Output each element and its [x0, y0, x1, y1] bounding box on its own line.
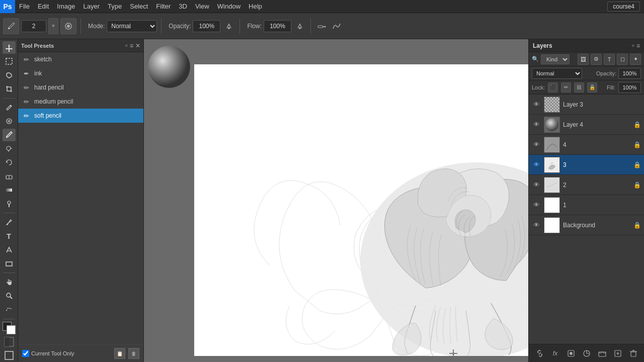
lock-image-btn[interactable]: ✏ — [561, 82, 571, 93]
layers-filter-kind[interactable]: Kind — [541, 54, 570, 64]
adjustment-filter-btn[interactable]: ⚙ — [591, 54, 602, 65]
opacity-pressure-btn[interactable] — [222, 20, 235, 33]
tool-presets-menu[interactable]: ≡ — [130, 42, 133, 49]
tool-presets-collapse[interactable]: « — [125, 43, 128, 48]
lock-position-btn[interactable]: ⛓ — [574, 82, 584, 93]
layer4num-visibility[interactable]: 👁 — [532, 140, 541, 149]
menu-window[interactable]: Window — [213, 0, 245, 13]
opacity-input[interactable]: 100% — [193, 20, 220, 32]
flow-pressure-btn[interactable] — [293, 20, 306, 33]
layer3num-visibility[interactable]: 👁 — [532, 160, 541, 169]
new-group-btn[interactable] — [596, 347, 608, 359]
smoothing-btn[interactable] — [330, 20, 343, 33]
opacity-label: Opacity: — [169, 23, 191, 30]
svg-line-50 — [539, 352, 541, 354]
preset-ink[interactable]: ✒ ink — [18, 66, 143, 80]
type-filter-btn[interactable]: T — [604, 54, 615, 65]
dodge-tool[interactable] — [3, 198, 16, 210]
history-brush[interactable] — [3, 156, 16, 169]
background-visibility[interactable]: 👁 — [532, 221, 541, 230]
shape-filter-btn[interactable]: ◻ — [617, 54, 628, 65]
mode-select[interactable]: Normal Dissolve Multiply — [107, 20, 157, 32]
delete-preset-btn[interactable]: 🗑 — [128, 348, 139, 359]
quick-mask-btn[interactable] — [3, 335, 16, 348]
brush-tool-icon[interactable] — [3, 18, 19, 34]
menu-select[interactable]: Select — [126, 0, 152, 13]
eyedropper-tool[interactable] — [3, 101, 16, 114]
create-preset-btn[interactable]: 📋 — [114, 348, 125, 359]
brush-tip-picker[interactable] — [60, 18, 76, 34]
foreground-background-colors[interactable] — [3, 322, 16, 334]
layer-row-background[interactable]: 👁 Background 🔒 — [529, 215, 644, 235]
preset-medium-pencil[interactable]: ✏ medium pencil — [18, 95, 143, 109]
pen-tool[interactable] — [3, 216, 16, 228]
menu-edit[interactable]: Edit — [34, 0, 53, 13]
layer3-visibility[interactable]: 👁 — [532, 100, 541, 109]
shape-tool[interactable] — [3, 257, 16, 270]
layer-opacity-input[interactable]: 100% — [618, 68, 641, 79]
gradient-tool[interactable] — [3, 184, 16, 197]
preset-soft-pencil[interactable]: ✏ soft pencil — [18, 109, 143, 123]
heal-tool[interactable] — [3, 115, 16, 127]
add-mask-btn[interactable] — [565, 347, 577, 359]
layer4-visibility[interactable]: 👁 — [532, 120, 541, 129]
fx-btn[interactable]: fx — [549, 347, 561, 359]
layer-row-1[interactable]: 👁 1 — [529, 195, 644, 215]
background-color[interactable] — [7, 325, 16, 334]
preset-sketch[interactable]: ✏ sketch — [18, 52, 143, 66]
airbrush-btn[interactable] — [315, 20, 328, 33]
adjustment-layer-btn[interactable] — [581, 347, 593, 359]
lock-transparent-btn[interactable]: ⬛ — [548, 82, 558, 93]
layer2num-visibility[interactable]: 👁 — [532, 180, 541, 190]
delete-layer-btn[interactable] — [627, 347, 639, 359]
path-select-tool[interactable] — [3, 243, 16, 256]
layer3-name: Layer 3 — [563, 101, 641, 108]
tool-presets-close[interactable]: ✕ — [135, 42, 140, 49]
layers-panel-header: Layers « ≡ — [529, 39, 644, 52]
brush-tool[interactable] — [3, 129, 16, 141]
eraser-tool[interactable] — [3, 170, 16, 183]
menu-help[interactable]: Help — [245, 0, 266, 13]
flow-input[interactable]: 100% — [264, 20, 291, 32]
menu-view[interactable]: View — [191, 0, 213, 13]
layers-collapse[interactable]: « — [631, 43, 634, 48]
layer1num-visibility[interactable]: 👁 — [532, 201, 541, 210]
new-layer-btn[interactable] — [612, 347, 624, 359]
menu-file[interactable]: File — [15, 0, 34, 13]
marquee-tool[interactable] — [3, 55, 16, 67]
lasso-tool[interactable] — [3, 69, 16, 81]
current-tool-only-checkbox[interactable] — [22, 350, 29, 357]
layer-row-4[interactable]: 👁 4 🔒 — [529, 135, 644, 155]
pixel-filter-btn[interactable]: 🖼 — [578, 54, 589, 65]
link-layers-btn[interactable] — [534, 347, 546, 359]
crop-tool[interactable] — [3, 82, 16, 95]
menu-filter[interactable]: Filter — [152, 0, 175, 13]
brush-size-input[interactable]: 2 — [21, 20, 46, 32]
brush-presets-button[interactable]: ▼ — [48, 18, 58, 34]
canvas-document[interactable] — [194, 64, 528, 356]
layer-row-2[interactable]: 👁 2 🔒 — [529, 175, 644, 195]
blend-mode-select[interactable]: Normal Multiply Screen — [532, 68, 582, 79]
layer-row-layer3[interactable]: 👁 Layer 3 — [529, 95, 644, 115]
zoom-tool[interactable] — [3, 290, 16, 302]
screen-mode-btn[interactable] — [3, 349, 16, 361]
layer-row-3[interactable]: 👁 3 🔒 — [529, 155, 644, 175]
menu-layer[interactable]: Layer — [79, 0, 104, 13]
menu-3d[interactable]: 3D — [175, 0, 191, 13]
lasso-quick-tool[interactable] — [3, 303, 16, 316]
fill-input[interactable]: 100% — [618, 82, 641, 93]
smart-filter-btn[interactable]: ✦ — [630, 54, 641, 65]
text-tool[interactable]: T — [3, 230, 16, 242]
clone-tool[interactable] — [3, 142, 16, 155]
lock-fill-row: Lock: ⬛ ✏ ⛓ 🔒 Fill: 100% — [529, 80, 644, 95]
menu-image[interactable]: Image — [53, 0, 79, 13]
canvas-area[interactable] — [144, 39, 528, 362]
hand-tool[interactable] — [3, 276, 16, 288]
layers-menu[interactable]: ≡ — [636, 42, 640, 49]
move-tool[interactable] — [3, 41, 16, 54]
preset-hard-pencil[interactable]: ✏ hard pencil — [18, 80, 143, 95]
menu-type[interactable]: Type — [104, 0, 126, 13]
layer-row-layer4[interactable]: 👁 Layer 4 🔒 — [529, 115, 644, 135]
lock-all-btn[interactable]: 🔒 — [587, 82, 597, 93]
svg-rect-9 — [6, 58, 12, 64]
